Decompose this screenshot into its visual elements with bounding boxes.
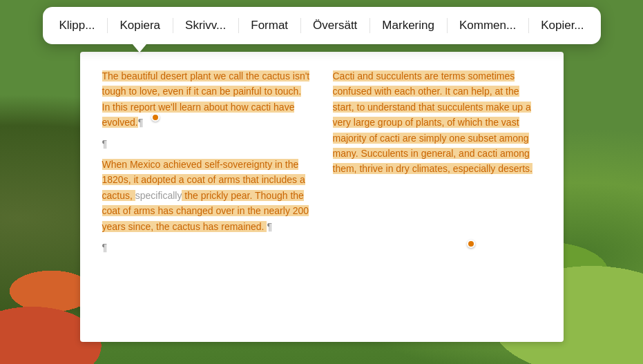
paragraph-mark-3: ¶ (102, 240, 311, 255)
menu-item-kommen[interactable]: Kommen... (447, 13, 528, 38)
highlighted-text-right: Cacti and succulents are terms sometimes… (333, 70, 532, 174)
document-column-right: Cacti and succulents are terms sometimes… (333, 68, 541, 260)
para-mark-2: ¶ (267, 221, 272, 232)
menu-item-format[interactable]: Format (238, 13, 300, 38)
menu-item-kopiera[interactable]: Kopiera (107, 13, 173, 38)
context-menu: Klipp... Kopiera Skrivv... Format Översä… (42, 7, 600, 44)
menu-item-kopier2[interactable]: Kopier... (528, 13, 596, 38)
paragraph-2-left: When Mexico achieved self-sovereignty in… (102, 157, 311, 234)
document-page: The beautiful desert plant we call the c… (80, 52, 564, 342)
paragraph-1-left: The beautiful desert plant we call the c… (102, 68, 311, 131)
document-columns: The beautiful desert plant we call the c… (102, 68, 541, 260)
selection-handle-end (467, 240, 475, 248)
menu-item-oversatt[interactable]: Översätt (300, 13, 370, 38)
paragraph-1-right: Cacti and succulents are terms sometimes… (333, 68, 541, 177)
document-column-left: The beautiful desert plant we call the c… (102, 68, 311, 260)
paragraph-mark-2: ¶ (102, 136, 311, 151)
selection-handle-start (151, 113, 160, 122)
menu-item-skrivv[interactable]: Skrivv... (173, 13, 238, 38)
menu-item-klipp[interactable]: Klipp... (46, 13, 107, 38)
highlighted-text-1: The beautiful desert plant we call the c… (102, 70, 310, 128)
para-mark-1: ¶ (138, 117, 144, 128)
menu-item-markering[interactable]: Markering (370, 13, 447, 38)
specifically-text: specifically (135, 190, 182, 201)
